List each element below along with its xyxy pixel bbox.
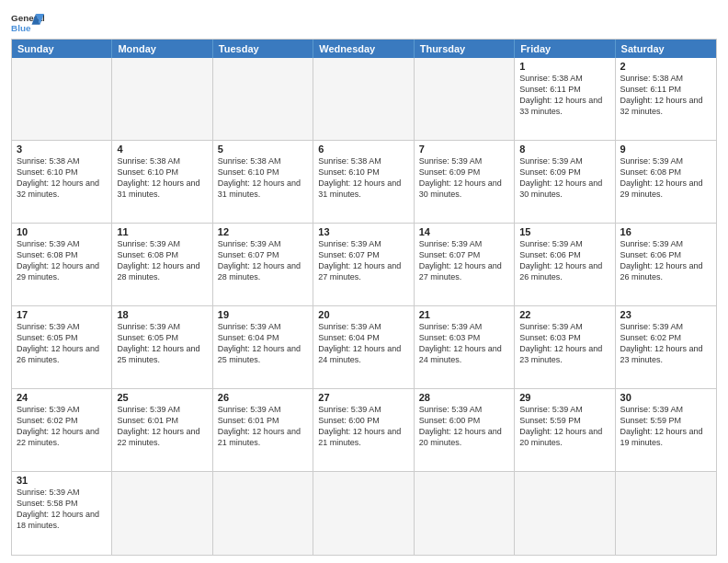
cell-info: Sunrise: 5:39 AM Sunset: 6:03 PM Dayligh… [419,321,509,366]
cell-info: Sunrise: 5:38 AM Sunset: 6:11 PM Dayligh… [519,73,609,118]
day-header-tuesday: Tuesday [213,40,313,58]
day-cell-28: 28Sunrise: 5:39 AM Sunset: 6:00 PM Dayli… [415,389,515,471]
day-cell-27: 27Sunrise: 5:39 AM Sunset: 6:00 PM Dayli… [313,389,414,471]
cell-info: Sunrise: 5:39 AM Sunset: 6:04 PM Dayligh… [318,321,408,366]
day-number: 15 [519,226,609,237]
day-number: 2 [620,61,711,72]
week-row-2: 3Sunrise: 5:38 AM Sunset: 6:10 PM Daylig… [12,141,716,224]
empty-cell [616,472,716,555]
empty-cell [515,472,615,555]
day-cell-6: 6Sunrise: 5:38 AM Sunset: 6:10 PM Daylig… [313,141,414,223]
day-cell-12: 12Sunrise: 5:39 AM Sunset: 6:07 PM Dayli… [213,224,313,305]
day-cell-4: 4Sunrise: 5:38 AM Sunset: 6:10 PM Daylig… [112,141,212,223]
day-number: 27 [318,392,408,403]
day-cell-18: 18Sunrise: 5:39 AM Sunset: 6:05 PM Dayli… [112,306,212,388]
day-cell-22: 22Sunrise: 5:39 AM Sunset: 6:03 PM Dayli… [515,306,615,388]
week-row-4: 17Sunrise: 5:39 AM Sunset: 6:05 PM Dayli… [12,306,716,389]
day-cell-30: 30Sunrise: 5:39 AM Sunset: 5:59 PM Dayli… [616,389,716,471]
day-cell-19: 19Sunrise: 5:39 AM Sunset: 6:04 PM Dayli… [213,306,313,388]
cell-info: Sunrise: 5:39 AM Sunset: 6:00 PM Dayligh… [318,404,408,449]
day-cell-11: 11Sunrise: 5:39 AM Sunset: 6:08 PM Dayli… [112,224,212,305]
cell-info: Sunrise: 5:39 AM Sunset: 6:06 PM Dayligh… [519,238,609,283]
day-number: 29 [519,392,609,403]
day-number: 22 [519,309,609,320]
cell-info: Sunrise: 5:39 AM Sunset: 6:04 PM Dayligh… [218,321,308,366]
empty-cell [12,58,112,140]
cell-info: Sunrise: 5:39 AM Sunset: 6:09 PM Dayligh… [519,155,609,201]
day-cell-31: 31Sunrise: 5:39 AM Sunset: 5:58 PM Dayli… [12,472,112,555]
day-number: 20 [318,309,408,320]
logo: General Blue [11,9,44,35]
day-cell-20: 20Sunrise: 5:39 AM Sunset: 6:04 PM Dayli… [313,306,414,388]
day-number: 1 [519,61,609,72]
empty-cell [213,58,313,140]
day-header-thursday: Thursday [415,40,515,58]
day-number: 16 [620,226,711,237]
day-number: 14 [419,226,509,237]
day-cell-8: 8Sunrise: 5:39 AM Sunset: 6:09 PM Daylig… [515,141,615,223]
week-row-5: 24Sunrise: 5:39 AM Sunset: 6:02 PM Dayli… [12,389,716,472]
day-number: 8 [519,144,609,155]
day-cell-15: 15Sunrise: 5:39 AM Sunset: 6:06 PM Dayli… [515,224,615,305]
day-number: 31 [17,475,107,486]
day-header-friday: Friday [515,40,615,58]
day-number: 9 [620,144,711,155]
day-cell-17: 17Sunrise: 5:39 AM Sunset: 6:05 PM Dayli… [12,306,112,388]
cell-info: Sunrise: 5:39 AM Sunset: 6:07 PM Dayligh… [419,238,509,283]
day-cell-25: 25Sunrise: 5:39 AM Sunset: 6:01 PM Dayli… [112,389,212,471]
day-cell-24: 24Sunrise: 5:39 AM Sunset: 6:02 PM Dayli… [12,389,112,471]
day-header-wednesday: Wednesday [313,40,414,58]
day-number: 25 [117,392,207,403]
cell-info: Sunrise: 5:38 AM Sunset: 6:10 PM Dayligh… [218,155,308,201]
empty-cell [415,472,515,555]
cell-info: Sunrise: 5:39 AM Sunset: 6:00 PM Dayligh… [419,404,509,449]
cell-info: Sunrise: 5:39 AM Sunset: 5:58 PM Dayligh… [17,487,107,532]
cell-info: Sunrise: 5:39 AM Sunset: 6:02 PM Dayligh… [17,404,107,449]
cell-info: Sunrise: 5:39 AM Sunset: 6:08 PM Dayligh… [17,238,107,283]
cell-info: Sunrise: 5:39 AM Sunset: 6:08 PM Dayligh… [620,155,711,201]
empty-cell [313,472,414,555]
cell-info: Sunrise: 5:39 AM Sunset: 5:59 PM Dayligh… [519,404,609,449]
empty-cell [213,472,313,555]
day-number: 26 [218,392,308,403]
day-cell-21: 21Sunrise: 5:39 AM Sunset: 6:03 PM Dayli… [415,306,515,388]
day-cell-10: 10Sunrise: 5:39 AM Sunset: 6:08 PM Dayli… [12,224,112,305]
calendar: SundayMondayTuesdayWednesdayThursdayFrid… [11,39,717,556]
day-cell-7: 7Sunrise: 5:39 AM Sunset: 6:09 PM Daylig… [415,141,515,223]
week-row-1: 1Sunrise: 5:38 AM Sunset: 6:11 PM Daylig… [12,58,716,141]
day-number: 28 [419,392,509,403]
day-headers-row: SundayMondayTuesdayWednesdayThursdayFrid… [12,40,716,58]
day-number: 10 [17,226,107,237]
day-number: 13 [318,226,408,237]
day-cell-5: 5Sunrise: 5:38 AM Sunset: 6:10 PM Daylig… [213,141,313,223]
cell-info: Sunrise: 5:39 AM Sunset: 6:07 PM Dayligh… [218,238,308,283]
empty-cell [415,58,515,140]
cell-info: Sunrise: 5:39 AM Sunset: 6:01 PM Dayligh… [218,404,308,449]
svg-text:Blue: Blue [11,23,31,33]
day-number: 23 [620,309,711,320]
day-cell-13: 13Sunrise: 5:39 AM Sunset: 6:07 PM Dayli… [313,224,414,305]
cell-info: Sunrise: 5:38 AM Sunset: 6:11 PM Dayligh… [620,73,711,118]
day-cell-26: 26Sunrise: 5:39 AM Sunset: 6:01 PM Dayli… [213,389,313,471]
day-number: 5 [218,144,308,155]
cell-info: Sunrise: 5:38 AM Sunset: 6:10 PM Dayligh… [117,155,207,201]
cell-info: Sunrise: 5:38 AM Sunset: 6:10 PM Dayligh… [17,155,107,201]
day-header-saturday: Saturday [616,40,716,58]
day-number: 12 [218,226,308,237]
day-cell-1: 1Sunrise: 5:38 AM Sunset: 6:11 PM Daylig… [515,58,615,140]
day-number: 17 [17,309,107,320]
week-row-6: 31Sunrise: 5:39 AM Sunset: 5:58 PM Dayli… [12,472,716,555]
day-number: 30 [620,392,711,403]
logo-icon: General Blue [11,9,44,35]
cell-info: Sunrise: 5:39 AM Sunset: 6:09 PM Dayligh… [419,155,509,201]
day-number: 7 [419,144,509,155]
day-cell-29: 29Sunrise: 5:39 AM Sunset: 5:59 PM Dayli… [515,389,615,471]
calendar-grid: 1Sunrise: 5:38 AM Sunset: 6:11 PM Daylig… [12,58,716,555]
empty-cell [112,58,212,140]
cell-info: Sunrise: 5:39 AM Sunset: 6:06 PM Dayligh… [620,238,711,283]
day-number: 18 [117,309,207,320]
day-number: 4 [117,144,207,155]
cell-info: Sunrise: 5:39 AM Sunset: 6:08 PM Dayligh… [117,238,207,283]
cell-info: Sunrise: 5:39 AM Sunset: 6:05 PM Dayligh… [17,321,107,366]
day-header-monday: Monday [112,40,212,58]
